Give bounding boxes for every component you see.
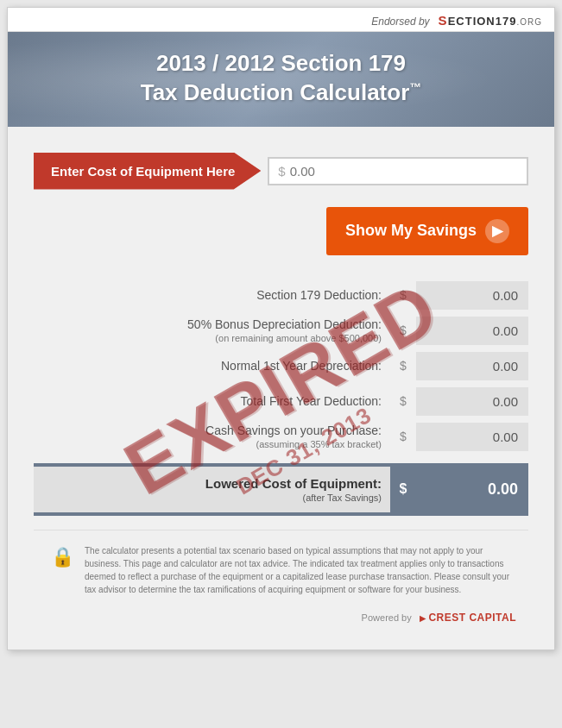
section179-logo: SECTION179.ORG xyxy=(439,13,542,28)
result-label-1: Section 179 Deduction: xyxy=(34,287,390,303)
result-row-4: Total First Year Deduction: $ 0.00 xyxy=(34,387,528,416)
header-title: 2013 / 2012 Section 179 Tax Deduction Ca… xyxy=(34,49,528,108)
result-dollar-1: $ xyxy=(390,288,416,302)
logo-s: S xyxy=(439,13,448,28)
cost-input[interactable] xyxy=(290,164,518,179)
show-savings-button[interactable]: Show My Savings ▶ xyxy=(326,207,528,255)
title-line1: 2013 / 2012 Section 179 xyxy=(156,50,406,76)
disclaimer-text: The calculator presents a potential tax … xyxy=(85,544,511,596)
title-line2: Tax Deduction Calculator xyxy=(141,79,410,105)
crest-capital-brand: CREST CAPITAL xyxy=(420,612,516,624)
result-sublabel-2: (on remaining amount above $500,000) xyxy=(34,332,382,344)
show-savings-icon: ▶ xyxy=(485,219,509,243)
lock-icon: 🔒 xyxy=(51,546,74,568)
disclaimer-section: 🔒 The calculator presents a potential ta… xyxy=(34,530,528,605)
result-row-5: Cash Savings on your Purchase: (assuming… xyxy=(34,423,528,451)
result-label-2: 50% Bonus Depreciation Deduction: (on re… xyxy=(34,317,390,344)
final-sublabel: (after Tax Savings) xyxy=(34,492,382,504)
results-section: Section 179 Deduction: $ 0.00 50% Bonus … xyxy=(34,281,528,517)
endorsed-by-text: Endorsed by xyxy=(371,16,429,28)
endorsement-bar: Endorsed by SECTION179.ORG xyxy=(8,8,554,32)
result-sublabel-5: (assuming a 35% tax bracket) xyxy=(34,438,382,450)
result-row-2: 50% Bonus Depreciation Deduction: (on re… xyxy=(34,317,528,345)
final-result-row: Lowered Cost of Equipment: (after Tax Sa… xyxy=(34,463,528,517)
result-value-2: 0.00 xyxy=(416,317,528,345)
logo-main: ECTION179 xyxy=(448,15,517,28)
cost-input-wrapper: $ xyxy=(268,157,528,185)
final-value: 0.00 xyxy=(416,472,528,507)
result-row-1: Section 179 Deduction: $ 0.00 xyxy=(34,281,528,310)
card: Endorsed by SECTION179.ORG 2013 / 2012 S… xyxy=(7,7,555,650)
result-dollar-3: $ xyxy=(390,359,416,373)
show-savings-section: Show My Savings ▶ xyxy=(34,207,528,255)
main-content: EXPIRED DEC 31, 2013 Enter Cost of Equip… xyxy=(8,127,554,650)
logo-org: .ORG xyxy=(516,17,542,27)
powered-by-label: Powered by xyxy=(362,612,412,623)
dollar-sign-label: $ xyxy=(278,164,285,179)
result-dollar-4: $ xyxy=(390,394,416,408)
enter-cost-label: Enter Cost of Equipment Here xyxy=(34,153,261,190)
powered-by: Powered by CREST CAPITAL xyxy=(34,605,528,632)
result-value-3: 0.00 xyxy=(416,352,528,380)
result-value-5: 0.00 xyxy=(416,423,528,451)
show-savings-label: Show My Savings xyxy=(345,222,477,240)
final-dollar: $ xyxy=(390,473,416,505)
result-row-3: Normal 1st Year Depreciation: $ 0.00 xyxy=(34,352,528,380)
result-value-4: 0.00 xyxy=(416,387,528,416)
result-label-5: Cash Savings on your Purchase: (assuming… xyxy=(34,423,390,450)
result-label-3: Normal 1st Year Depreciation: xyxy=(34,358,390,373)
final-label: Lowered Cost of Equipment: (after Tax Sa… xyxy=(34,467,390,513)
result-label-4: Total First Year Deduction: xyxy=(34,393,390,409)
calculator-header: 2013 / 2012 Section 179 Tax Deduction Ca… xyxy=(8,32,554,127)
result-dollar-2: $ xyxy=(390,323,416,337)
result-value-1: 0.00 xyxy=(416,281,528,310)
outer-wrapper: Endorsed by SECTION179.ORG 2013 / 2012 S… xyxy=(0,0,562,657)
trademark: ™ xyxy=(409,80,421,94)
input-row: Enter Cost of Equipment Here $ xyxy=(34,153,528,190)
result-dollar-5: $ xyxy=(390,430,416,443)
